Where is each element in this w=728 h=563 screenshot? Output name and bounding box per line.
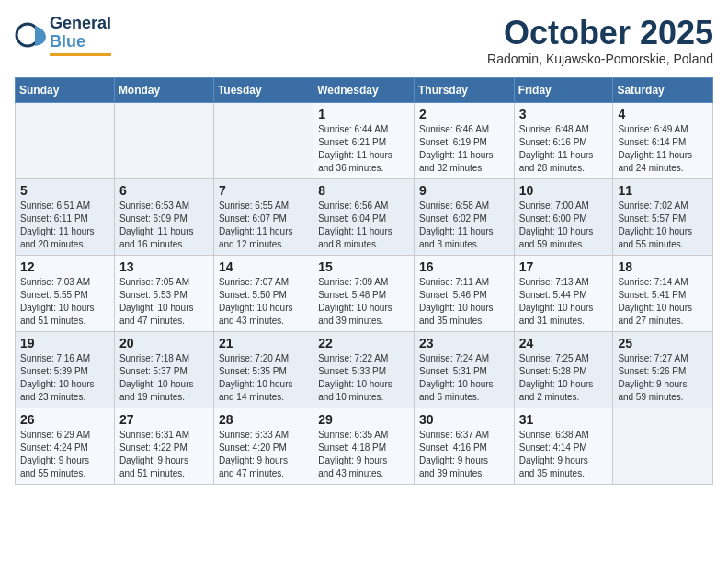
calendar-table: SundayMondayTuesdayWednesdayThursdayFrid… — [15, 77, 713, 485]
calendar-cell: 23Sunrise: 7:24 AM Sunset: 5:31 PM Dayli… — [414, 331, 514, 408]
calendar-week-1: 1Sunrise: 6:44 AM Sunset: 6:21 PM Daylig… — [16, 102, 713, 178]
day-number: 17 — [519, 259, 609, 274]
calendar-cell: 7Sunrise: 6:55 AM Sunset: 6:07 PM Daylig… — [213, 178, 313, 255]
calendar-cell: 31Sunrise: 6:38 AM Sunset: 4:14 PM Dayli… — [514, 408, 613, 484]
calendar-cell: 21Sunrise: 7:20 AM Sunset: 5:35 PM Dayli… — [213, 331, 313, 408]
day-number: 24 — [519, 336, 609, 350]
calendar-week-4: 19Sunrise: 7:16 AM Sunset: 5:39 PM Dayli… — [16, 331, 713, 408]
day-number: 4 — [618, 107, 708, 121]
logo-subtext: Blue — [50, 33, 111, 52]
day-number: 11 — [618, 183, 708, 198]
calendar-week-3: 12Sunrise: 7:03 AM Sunset: 5:55 PM Dayli… — [16, 255, 713, 331]
day-number: 23 — [419, 336, 509, 350]
calendar-cell — [213, 102, 313, 178]
day-info: Sunrise: 6:49 AM Sunset: 6:14 PM Dayligh… — [618, 123, 708, 175]
calendar-cell: 13Sunrise: 7:05 AM Sunset: 5:53 PM Dayli… — [114, 255, 213, 331]
day-number: 2 — [419, 107, 509, 121]
header-friday: Friday — [514, 77, 613, 102]
calendar-cell: 14Sunrise: 7:07 AM Sunset: 5:50 PM Dayli… — [213, 255, 313, 331]
day-number: 5 — [20, 183, 109, 198]
calendar-cell: 25Sunrise: 7:27 AM Sunset: 5:26 PM Dayli… — [613, 331, 713, 408]
calendar-cell: 5Sunrise: 6:51 AM Sunset: 6:11 PM Daylig… — [16, 178, 115, 255]
day-info: Sunrise: 7:18 AM Sunset: 5:37 PM Dayligh… — [119, 352, 209, 404]
calendar-cell — [16, 102, 115, 178]
day-number: 29 — [318, 412, 409, 427]
header-thursday: Thursday — [414, 77, 514, 102]
calendar-week-2: 5Sunrise: 6:51 AM Sunset: 6:11 PM Daylig… — [16, 178, 713, 255]
calendar-cell: 29Sunrise: 6:35 AM Sunset: 4:18 PM Dayli… — [313, 408, 415, 484]
calendar-cell — [114, 102, 213, 178]
calendar-cell: 10Sunrise: 7:00 AM Sunset: 6:00 PM Dayli… — [514, 178, 613, 255]
calendar-cell: 15Sunrise: 7:09 AM Sunset: 5:48 PM Dayli… — [313, 255, 415, 331]
day-info: Sunrise: 7:16 AM Sunset: 5:39 PM Dayligh… — [20, 352, 109, 404]
day-number: 13 — [119, 259, 209, 274]
calendar-cell: 18Sunrise: 7:14 AM Sunset: 5:41 PM Dayli… — [613, 255, 713, 331]
logo: General Blue — [15, 15, 111, 56]
day-info: Sunrise: 7:27 AM Sunset: 5:26 PM Dayligh… — [618, 352, 708, 404]
title-area: October 2025 Radomin, Kujawsko-Pomorskie… — [487, 15, 713, 66]
calendar-cell: 27Sunrise: 6:31 AM Sunset: 4:22 PM Dayli… — [114, 408, 213, 484]
day-info: Sunrise: 7:24 AM Sunset: 5:31 PM Dayligh… — [419, 352, 509, 404]
calendar-cell: 20Sunrise: 7:18 AM Sunset: 5:37 PM Dayli… — [114, 331, 213, 408]
day-number: 25 — [618, 336, 708, 350]
calendar-cell: 2Sunrise: 6:46 AM Sunset: 6:19 PM Daylig… — [414, 102, 514, 178]
day-info: Sunrise: 6:53 AM Sunset: 6:09 PM Dayligh… — [119, 200, 209, 251]
day-info: Sunrise: 7:02 AM Sunset: 5:57 PM Dayligh… — [618, 200, 708, 251]
day-number: 8 — [318, 183, 409, 198]
day-number: 14 — [219, 259, 308, 274]
day-info: Sunrise: 6:44 AM Sunset: 6:21 PM Dayligh… — [318, 123, 409, 175]
day-number: 10 — [519, 183, 609, 198]
calendar-cell: 30Sunrise: 6:37 AM Sunset: 4:16 PM Dayli… — [414, 408, 514, 484]
header-wednesday: Wednesday — [313, 77, 415, 102]
day-info: Sunrise: 7:00 AM Sunset: 6:00 PM Dayligh… — [519, 200, 609, 251]
day-number: 1 — [318, 107, 409, 121]
header-tuesday: Tuesday — [213, 77, 313, 102]
day-info: Sunrise: 6:58 AM Sunset: 6:02 PM Dayligh… — [419, 200, 509, 251]
day-number: 16 — [419, 259, 509, 274]
header-saturday: Saturday — [613, 77, 713, 102]
calendar-cell: 26Sunrise: 6:29 AM Sunset: 4:24 PM Dayli… — [16, 408, 115, 484]
logo-text: General — [50, 15, 111, 33]
day-number: 21 — [219, 336, 308, 350]
calendar-cell: 9Sunrise: 6:58 AM Sunset: 6:02 PM Daylig… — [414, 178, 514, 255]
calendar-cell: 11Sunrise: 7:02 AM Sunset: 5:57 PM Dayli… — [613, 178, 713, 255]
day-number: 9 — [419, 183, 509, 198]
day-info: Sunrise: 6:38 AM Sunset: 4:14 PM Dayligh… — [519, 429, 609, 480]
calendar-cell: 22Sunrise: 7:22 AM Sunset: 5:33 PM Dayli… — [313, 331, 415, 408]
calendar-cell: 19Sunrise: 7:16 AM Sunset: 5:39 PM Dayli… — [16, 331, 115, 408]
day-number: 22 — [318, 336, 409, 350]
day-number: 30 — [419, 412, 509, 427]
calendar-cell: 17Sunrise: 7:13 AM Sunset: 5:44 PM Dayli… — [514, 255, 613, 331]
day-info: Sunrise: 7:25 AM Sunset: 5:28 PM Dayligh… — [519, 352, 609, 404]
day-info: Sunrise: 7:07 AM Sunset: 5:50 PM Dayligh… — [219, 276, 308, 327]
day-number: 12 — [20, 259, 109, 274]
day-info: Sunrise: 7:22 AM Sunset: 5:33 PM Dayligh… — [318, 352, 409, 404]
day-number: 19 — [20, 336, 109, 350]
day-number: 20 — [119, 336, 209, 350]
day-info: Sunrise: 6:51 AM Sunset: 6:11 PM Dayligh… — [20, 200, 109, 251]
day-info: Sunrise: 7:09 AM Sunset: 5:48 PM Dayligh… — [318, 276, 409, 327]
day-info: Sunrise: 6:33 AM Sunset: 4:20 PM Dayligh… — [219, 429, 308, 480]
calendar-cell: 6Sunrise: 6:53 AM Sunset: 6:09 PM Daylig… — [114, 178, 213, 255]
day-number: 6 — [119, 183, 209, 198]
day-number: 18 — [618, 259, 708, 274]
day-number: 15 — [318, 259, 409, 274]
day-number: 3 — [519, 107, 609, 121]
calendar-cell: 28Sunrise: 6:33 AM Sunset: 4:20 PM Dayli… — [213, 408, 313, 484]
calendar-cell — [613, 408, 713, 484]
calendar-cell: 24Sunrise: 7:25 AM Sunset: 5:28 PM Dayli… — [514, 331, 613, 408]
day-number: 27 — [119, 412, 209, 427]
day-number: 31 — [519, 412, 609, 427]
header-sunday: Sunday — [16, 77, 115, 102]
location-subtitle: Radomin, Kujawsko-Pomorskie, Poland — [487, 52, 713, 66]
day-info: Sunrise: 6:56 AM Sunset: 6:04 PM Dayligh… — [318, 200, 409, 251]
day-info: Sunrise: 6:35 AM Sunset: 4:18 PM Dayligh… — [318, 429, 409, 480]
day-info: Sunrise: 7:14 AM Sunset: 5:41 PM Dayligh… — [618, 276, 708, 327]
day-info: Sunrise: 7:13 AM Sunset: 5:44 PM Dayligh… — [519, 276, 609, 327]
calendar-week-5: 26Sunrise: 6:29 AM Sunset: 4:24 PM Dayli… — [16, 408, 713, 484]
calendar-cell: 1Sunrise: 6:44 AM Sunset: 6:21 PM Daylig… — [313, 102, 415, 178]
day-info: Sunrise: 7:20 AM Sunset: 5:35 PM Dayligh… — [219, 352, 308, 404]
month-title: October 2025 — [487, 15, 713, 52]
day-number: 26 — [20, 412, 109, 427]
day-info: Sunrise: 7:11 AM Sunset: 5:46 PM Dayligh… — [419, 276, 509, 327]
